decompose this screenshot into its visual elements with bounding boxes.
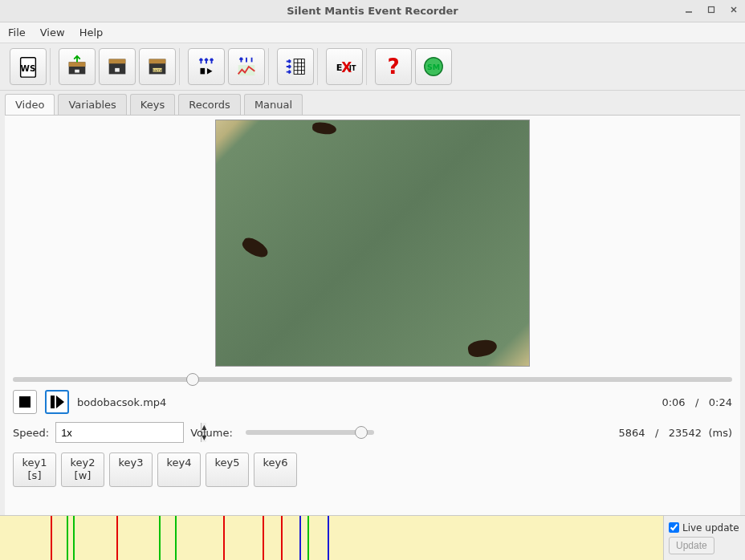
timeline-marker bbox=[67, 516, 68, 560]
workspace-button[interactable]: WS bbox=[10, 48, 47, 85]
timeline-marker bbox=[263, 516, 264, 560]
window-minimize-button[interactable] bbox=[682, 3, 695, 16]
key-button-6[interactable]: key6 bbox=[254, 452, 297, 487]
speed-label: Speed: bbox=[13, 427, 49, 439]
speed-input[interactable] bbox=[56, 427, 201, 439]
menu-help[interactable]: Help bbox=[79, 26, 104, 39]
tab-manual[interactable]: Manual bbox=[244, 94, 303, 115]
event-timeline[interactable] bbox=[0, 516, 663, 560]
key-button-4[interactable]: key4 bbox=[157, 452, 201, 487]
live-update-panel: Live update Update bbox=[663, 516, 745, 560]
menu-view[interactable]: View bbox=[40, 26, 65, 39]
volume-label: Volume: bbox=[190, 427, 233, 439]
key-button-1[interactable]: key1[s] bbox=[13, 452, 56, 487]
window-close-button[interactable] bbox=[727, 3, 740, 16]
window-maximize-button[interactable] bbox=[705, 3, 718, 16]
timeline-marker bbox=[116, 516, 118, 560]
svg-rect-16 bbox=[201, 68, 206, 75]
ms-current: 5864 bbox=[618, 427, 645, 439]
stop-icon bbox=[19, 396, 31, 408]
live-update-checkbox[interactable] bbox=[669, 522, 679, 533]
play-button[interactable] bbox=[45, 390, 69, 414]
about-button[interactable]: SM bbox=[415, 48, 452, 85]
svg-text:name: name bbox=[152, 68, 162, 72]
ms-unit: (ms) bbox=[708, 427, 732, 439]
stop-button[interactable] bbox=[13, 390, 37, 414]
svg-marker-17 bbox=[207, 68, 213, 75]
play-icon bbox=[51, 396, 64, 408]
key-button-3[interactable]: key3 bbox=[109, 452, 153, 487]
exit-button[interactable]: EXIT bbox=[326, 48, 363, 85]
ms-total: 23542 bbox=[669, 427, 702, 439]
svg-rect-8 bbox=[75, 70, 79, 73]
help-button[interactable]: ? bbox=[375, 48, 412, 85]
timeline-marker bbox=[175, 516, 177, 560]
time-total: 0:24 bbox=[709, 396, 732, 408]
timeline-marker bbox=[299, 516, 301, 560]
tab-variables[interactable]: Variables bbox=[58, 94, 126, 115]
speed-spinbox[interactable]: ▲ ▼ bbox=[55, 422, 184, 443]
timeline-marker bbox=[73, 516, 75, 560]
volume-slider[interactable] bbox=[246, 430, 374, 435]
svg-rect-11 bbox=[115, 68, 120, 72]
tab-video[interactable]: Video bbox=[5, 94, 55, 115]
video-area bbox=[5, 116, 740, 371]
timeline-marker bbox=[51, 516, 52, 560]
timeline-marker bbox=[223, 516, 225, 560]
svg-text:?: ? bbox=[387, 55, 399, 79]
svg-rect-7 bbox=[69, 62, 86, 67]
key-button-5[interactable]: key5 bbox=[206, 452, 249, 487]
menubar: File View Help bbox=[0, 22, 745, 43]
svg-rect-1 bbox=[709, 7, 714, 13]
step-play-button[interactable] bbox=[188, 48, 225, 85]
tab-records[interactable]: Records bbox=[178, 94, 241, 115]
timeline-marker bbox=[281, 516, 283, 560]
window-titlebar: Silent Mantis Event Recorder bbox=[0, 0, 745, 22]
toolbar: WS name EXIT ? SM bbox=[0, 43, 745, 91]
tab-content-video: bodobacsok.mp4 0:06 / 0:24 Speed: ▲ ▼ Vo… bbox=[5, 115, 740, 515]
time-readout: 0:06 / 0:24 bbox=[662, 396, 732, 408]
svg-text:SM: SM bbox=[427, 63, 440, 71]
video-frame[interactable] bbox=[215, 120, 530, 367]
live-update-checkbox-label[interactable]: Live update bbox=[669, 522, 739, 534]
timeline-marker bbox=[159, 516, 161, 560]
seek-slider[interactable] bbox=[13, 377, 732, 382]
svg-rect-10 bbox=[109, 59, 126, 64]
window-title: Silent Mantis Event Recorder bbox=[287, 5, 458, 17]
timeline-marker bbox=[328, 516, 329, 560]
save-button[interactable] bbox=[99, 48, 136, 85]
svg-rect-13 bbox=[149, 59, 166, 64]
svg-text:WS: WS bbox=[21, 63, 36, 73]
tab-bar: Video Variables Keys Records Manual bbox=[0, 91, 745, 115]
key-button-2[interactable]: key2[w] bbox=[61, 452, 104, 487]
tab-keys[interactable]: Keys bbox=[130, 94, 175, 115]
update-button[interactable]: Update bbox=[669, 537, 714, 554]
video-subject-icon bbox=[240, 235, 271, 262]
menu-file[interactable]: File bbox=[8, 26, 26, 39]
time-current: 0:06 bbox=[662, 396, 685, 408]
table-export-button[interactable] bbox=[277, 48, 314, 85]
seek-slider-knob[interactable] bbox=[186, 373, 199, 386]
video-filename: bodobacsok.mp4 bbox=[77, 396, 166, 408]
keys-row: key1[s]key2[w]key3key4key5key6 bbox=[5, 449, 740, 495]
open-button[interactable] bbox=[59, 48, 96, 85]
video-subject-icon bbox=[311, 121, 337, 136]
bottom-panel: Live update Update bbox=[0, 515, 745, 560]
video-subject-icon bbox=[467, 338, 499, 359]
ms-readout: 5864 / 23542 (ms) bbox=[618, 427, 732, 439]
plot-button[interactable] bbox=[228, 48, 265, 85]
volume-slider-knob[interactable] bbox=[355, 426, 368, 439]
save-as-button[interactable]: name bbox=[139, 48, 176, 85]
timeline-marker bbox=[307, 516, 309, 560]
svg-text:IT: IT bbox=[349, 64, 356, 72]
